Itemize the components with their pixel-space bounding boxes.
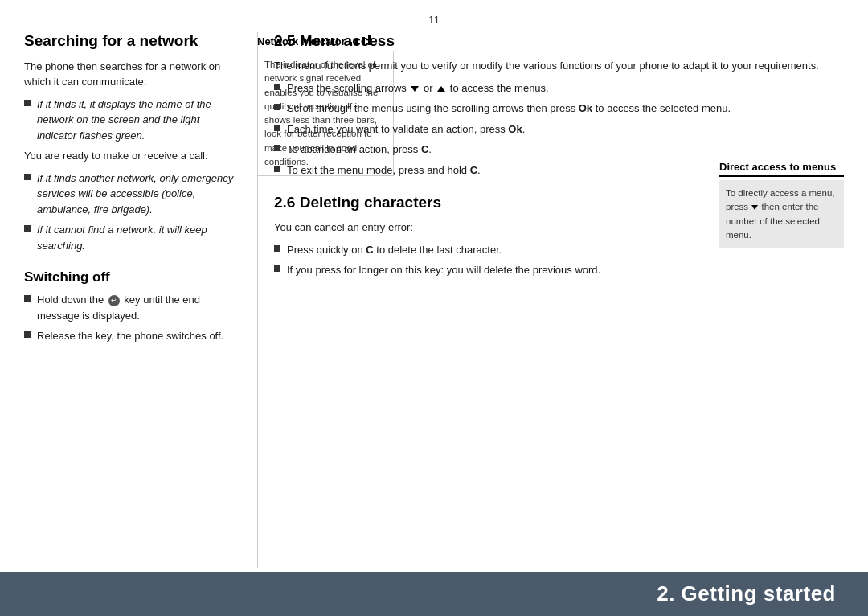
bullet-square-icon <box>274 145 280 151</box>
bullet-square-icon <box>274 245 280 252</box>
bullet-text: Press the scrolling arrows or to access … <box>287 80 844 97</box>
bullet-item: If it finds it, it displays the name of … <box>24 97 241 144</box>
bullet-item: Scroll through the menus using the scrol… <box>274 101 844 117</box>
bullet-square-icon <box>274 265 280 272</box>
deleting-chars-para1: You can cancel an entry error: <box>274 220 844 236</box>
bullet-text: Release the key, the phone switches off. <box>37 328 241 344</box>
searching-network-heading: Searching for a network <box>24 32 241 51</box>
bullet-item: If it finds another network, only emerge… <box>24 170 241 218</box>
switching-off-heading: Switching off <box>24 269 241 285</box>
bottom-banner-text: 2. Getting started <box>657 581 836 606</box>
bullet-item: Each time you want to validate an action… <box>274 121 844 138</box>
bullet-item: Press the scrolling arrows or to access … <box>274 80 844 97</box>
bullet-text: Each time you want to validate an action… <box>287 121 844 138</box>
searching-network-para1: The phone then searches for a network on… <box>24 59 241 90</box>
bullet-square-icon <box>24 225 31 232</box>
bullet-item: Release the key, the phone switches off. <box>24 328 241 344</box>
switching-off-section: Switching off Hold down the ↩ key until … <box>24 269 241 344</box>
bullet-square-icon <box>24 174 31 180</box>
main-content: Searching for a network The phone then s… <box>24 32 844 568</box>
bullet-text: If it finds another network, only emerge… <box>37 170 241 218</box>
menu-access-section: 2.5 Menu access The menu functions permi… <box>274 32 844 178</box>
bullet-square-icon <box>274 104 280 110</box>
bullet-square-icon <box>24 295 31 302</box>
bullet-text: To exit the menu mode, press and hold C. <box>287 162 844 179</box>
c-bold: C <box>421 143 428 155</box>
ok-bold: Ok <box>579 102 592 114</box>
deleting-chars-heading: 2.6 Deleting characters <box>274 194 844 211</box>
bullet-text: Hold down the ↩ key until the end messag… <box>37 292 241 323</box>
menu-access-para1: The menu functions permit you to verify … <box>274 58 844 74</box>
searching-network-section: Searching for a network The phone then s… <box>24 32 241 253</box>
bullet-square-icon <box>274 84 280 90</box>
ok-bold2: Ok <box>508 123 522 135</box>
bullet-square-icon <box>274 125 280 131</box>
page-number: 11 <box>428 14 439 26</box>
arrow-up-icon <box>437 86 445 92</box>
bullet-text: If it finds it, it displays the name of … <box>37 97 241 144</box>
bullet-square-icon <box>24 331 31 338</box>
right-column: 2.5 Menu access The menu functions permi… <box>257 32 844 568</box>
bullet-item: If you press for longer on this key: you… <box>274 262 844 278</box>
bullet-text: To abandon an action, press C. <box>287 142 844 158</box>
bullet-item: To abandon an action, press C. <box>274 142 844 158</box>
bullet-text: If it cannot find a network, it will kee… <box>37 222 241 253</box>
bullet-item: Press quickly on C to delete the last ch… <box>274 242 844 258</box>
menu-access-heading: 2.5 Menu access <box>274 32 844 50</box>
c-bold3: C <box>366 244 373 256</box>
phone-key-icon: ↩ <box>108 295 120 306</box>
bottom-banner: 2. Getting started <box>0 572 868 616</box>
bullet-item: Hold down the ↩ key until the end messag… <box>24 292 241 323</box>
bullet-square-icon <box>24 100 31 106</box>
c-bold2: C <box>470 164 477 176</box>
bullet-text: Scroll through the menus using the scrol… <box>287 101 844 117</box>
deleting-chars-section: 2.6 Deleting characters You can cancel a… <box>274 194 844 278</box>
bullet-square-icon <box>274 166 280 172</box>
arrow-down-icon <box>411 86 419 92</box>
bullet-text: Press quickly on C to delete the last ch… <box>287 242 844 258</box>
left-column: Searching for a network The phone then s… <box>24 32 257 568</box>
page-container: 11 Network indicator The indicator of th… <box>0 0 868 616</box>
bullet-item: To exit the menu mode, press and hold C. <box>274 162 844 179</box>
searching-network-para2: You are ready to make or receive a call. <box>24 148 241 164</box>
bullet-item: If it cannot find a network, it will kee… <box>24 222 241 253</box>
bullet-text: If you press for longer on this key: you… <box>287 262 844 278</box>
